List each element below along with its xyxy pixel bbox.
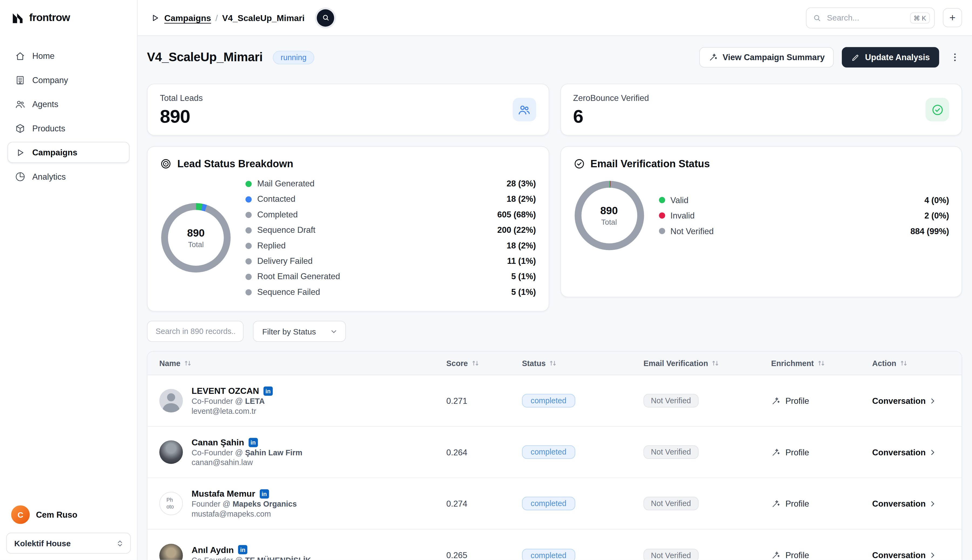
brand-name: frontrow [29, 12, 70, 24]
legend-dot [246, 273, 252, 280]
column-header-action[interactable]: Action [872, 359, 962, 367]
legend-dot [659, 213, 665, 219]
status-badge: running [273, 50, 315, 64]
donut-total-label: Total [601, 218, 617, 226]
stat-value: 890 [160, 107, 203, 126]
sort-icon [184, 360, 192, 367]
sidebar-item-analytics[interactable]: Analytics [8, 166, 130, 187]
chevron-right-icon [929, 448, 937, 456]
legend-item: Valid4 (0%) [659, 192, 949, 208]
status-filter-dropdown[interactable]: Filter by Status [253, 321, 346, 342]
breadcrumb-campaigns[interactable]: Campaigns [164, 13, 211, 23]
lead-score: 0.265 [446, 550, 522, 560]
more-options-button[interactable] [947, 49, 962, 65]
sidebar-item-products[interactable]: Products [8, 118, 130, 138]
building-icon [15, 75, 25, 85]
stat-label: ZeroBounce Verified [573, 93, 649, 103]
wand-icon [771, 396, 780, 405]
search-icon [813, 13, 821, 22]
enrichment-link[interactable]: Profile [771, 550, 872, 560]
user-row[interactable]: C Cem Ruso [6, 502, 130, 533]
view-campaign-summary-label: View Campaign Summary [723, 53, 825, 62]
sidebar: frontrow Home Company Agents Products Ca… [0, 0, 138, 560]
page-header: V4_ScaleUp_Mimari running View Campaign … [147, 47, 962, 67]
sidebar-nav: Home Company Agents Products Campaigns A… [0, 36, 137, 187]
table-row: LEVENT OZCAN Co-Founder @ LETA levent@le… [147, 375, 962, 427]
conversation-link[interactable]: Conversation [872, 396, 962, 405]
records-search-input[interactable] [154, 327, 236, 337]
stat-value: 6 [573, 107, 649, 126]
sort-icon [818, 360, 826, 367]
global-search[interactable]: ⌘ K [806, 7, 935, 28]
conversation-link[interactable]: Conversation [872, 550, 962, 560]
donut-chart: 890 Total [574, 181, 644, 250]
frontrow-logo-icon [11, 11, 24, 24]
enrichment-link[interactable]: Profile [771, 396, 872, 405]
chart-title: Lead Status Breakdown [177, 158, 293, 170]
sort-icon [712, 360, 720, 367]
lead-name-cell: LEVENT OZCAN Co-Founder @ LETA levent@le… [147, 386, 446, 415]
avatar [159, 389, 183, 412]
linkedin-icon[interactable] [238, 545, 247, 554]
header-actions: View Campaign Summary Update Analysis [699, 47, 962, 67]
conversation-link[interactable]: Conversation [872, 448, 962, 457]
breadcrumb-current: V4_ScaleUp_Mimari [222, 13, 305, 23]
column-header-email-verification[interactable]: Email Verification [643, 359, 771, 367]
sidebar-item-label: Analytics [32, 172, 65, 181]
user-name: Cem Ruso [36, 510, 77, 519]
total-leads-card: Total Leads 890 [147, 83, 549, 136]
wand-icon [771, 448, 780, 457]
chevron-right-icon [929, 500, 937, 508]
legend-dot [246, 258, 252, 264]
donut-chart: 890 Total [161, 203, 231, 272]
lead-role: Co-Founder @ TE MÜHENDİSLİK [191, 556, 311, 560]
verification-badge: Not Verified [643, 548, 698, 560]
sort-icon [472, 360, 480, 367]
verification-badge: Not Verified [643, 394, 698, 408]
update-analysis-button[interactable]: Update Analysis [842, 47, 939, 67]
app: frontrow Home Company Agents Products Ca… [0, 0, 972, 560]
linkedin-icon[interactable] [248, 438, 258, 447]
conversation-link[interactable]: Conversation [872, 499, 962, 508]
status-filter-label: Filter by Status [262, 327, 316, 336]
main: Campaigns / V4_ScaleUp_Mimari ⌘ K + V4_S… [138, 0, 972, 560]
topbar: Campaigns / V4_ScaleUp_Mimari ⌘ K + [138, 0, 972, 36]
records-search[interactable] [147, 321, 244, 342]
column-header-enrichment[interactable]: Enrichment [771, 359, 872, 367]
lead-name: Mustafa Memur [191, 488, 255, 498]
enrichment-link[interactable]: Profile [771, 499, 872, 508]
column-header-status[interactable]: Status [522, 359, 643, 367]
sidebar-item-company[interactable]: Company [8, 69, 130, 90]
check-circle-icon [573, 158, 585, 170]
column-header-score[interactable]: Score [446, 359, 522, 367]
view-campaign-summary-button[interactable]: View Campaign Summary [699, 47, 834, 67]
sidebar-item-agents[interactable]: Agents [8, 93, 130, 115]
charts-row: Lead Status Breakdown 890 Total Mail Gen… [147, 146, 962, 312]
status-badge: completed [522, 394, 575, 408]
lead-name-cell: Anıl Aydın Co-Founder @ TE MÜHENDİSLİK [147, 543, 446, 560]
table-row: Photo Mustafa Memur Founder @ Mapeks Org… [147, 478, 962, 530]
donut-total-value: 890 [600, 205, 618, 217]
legend-item: Completed605 (68%) [246, 207, 536, 222]
workspace-selector[interactable]: Kolektif House [6, 532, 130, 553]
donut-total-value: 890 [187, 227, 205, 239]
legend-dot [246, 227, 252, 233]
keyboard-shortcut-badge: ⌘ K [910, 12, 930, 23]
search-button[interactable] [317, 9, 334, 26]
sidebar-item-label: Company [32, 75, 68, 85]
search-input[interactable] [826, 12, 905, 23]
donut-total-label: Total [188, 240, 204, 249]
legend-item: Replied18 (2%) [246, 238, 536, 253]
campaigns-icon [15, 147, 25, 158]
chevron-updown-icon [116, 539, 124, 547]
sidebar-item-home[interactable]: Home [8, 45, 130, 67]
enrichment-link[interactable]: Profile [771, 448, 872, 457]
avatar [159, 543, 183, 560]
topbar-right: ⌘ K + [806, 7, 962, 28]
linkedin-icon[interactable] [259, 489, 269, 498]
agents-icon [15, 99, 25, 109]
linkedin-icon[interactable] [264, 386, 273, 395]
sidebar-item-campaigns[interactable]: Campaigns [8, 142, 130, 163]
add-button[interactable]: + [943, 8, 962, 27]
column-header-name[interactable]: Name [147, 359, 446, 367]
